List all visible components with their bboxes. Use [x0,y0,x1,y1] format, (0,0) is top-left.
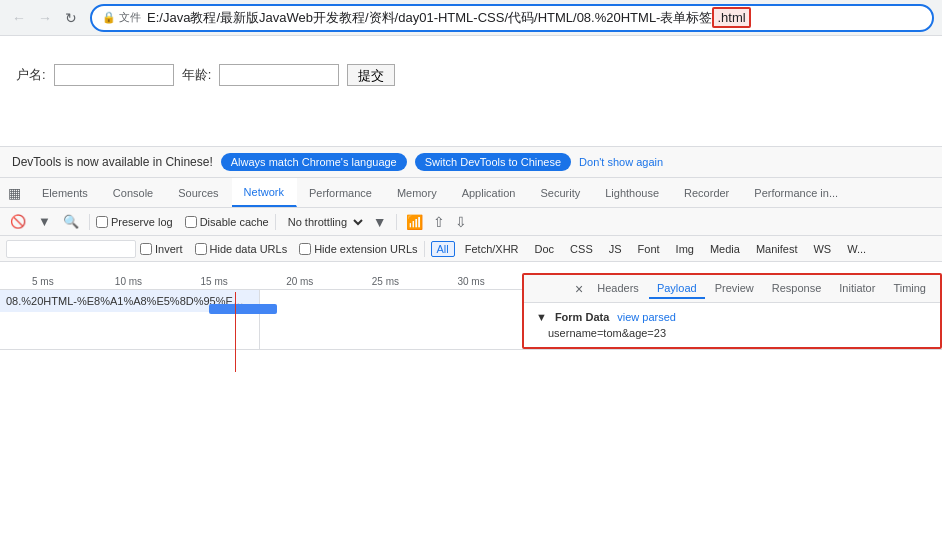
divider-3 [396,214,397,230]
tick-20ms: 20 ms [257,276,343,287]
form-data-label: Form Data [555,311,609,323]
filter-more-button[interactable]: W... [841,241,872,257]
form-row: 户名: 年龄: 提交 [16,64,395,86]
throttling-select[interactable]: No throttling [282,214,366,230]
submit-button[interactable]: 提交 [347,64,395,86]
hide-extension-urls-group: Hide extension URLs [299,243,417,255]
detail-close-button[interactable]: × [571,281,587,297]
tick-15ms: 15 ms [171,276,257,287]
upload-icon[interactable]: ⇧ [430,213,448,231]
divider-filter [424,241,425,257]
triangle-icon: ▼ [536,311,547,323]
throttling-down[interactable]: ▼ [370,213,390,231]
filter-button[interactable]: ▼ [34,212,55,231]
lock-icon: 🔒 文件 [102,10,141,25]
tab-performance-insights[interactable]: Performance in... [742,178,851,207]
age-input[interactable] [219,64,339,86]
table-row[interactable]: 08.%20HTML-%E8%A1%A8%E5%8D%95%E6%A0%87%E… [0,290,259,312]
hide-data-urls-label: Hide data URLs [210,243,288,255]
tab-memory[interactable]: Memory [385,178,450,207]
filter-js-button[interactable]: JS [603,241,628,257]
tab-elements[interactable]: Elements [30,178,101,207]
detail-tab-timing[interactable]: Timing [885,279,934,299]
disable-cache-checkbox[interactable] [185,216,197,228]
forward-button[interactable]: → [34,7,56,29]
tab-inspector-icon[interactable]: ▦ [0,178,30,207]
match-language-button[interactable]: Always match Chrome's language [221,153,407,171]
tab-recorder[interactable]: Recorder [672,178,742,207]
network-requests-area: 08.%20HTML-%E8%A1%A8%E5%8D%95%E6%A0%87%E… [0,290,942,350]
address-text: E:/Java教程/最新版JavaWeb开发教程/资料/day01-HTML-C… [147,9,922,27]
filter-all-button[interactable]: All [431,241,455,257]
divider-1 [89,214,90,230]
filter-css-button[interactable]: CSS [564,241,599,257]
reload-button[interactable]: ↻ [60,7,82,29]
preserve-log-checkbox[interactable] [96,216,108,228]
detail-tab-initiator[interactable]: Initiator [831,279,883,299]
tick-30ms: 30 ms [428,276,514,287]
detail-content: ▼ Form Data view parsed username=tom&age… [524,303,940,347]
view-parsed-link[interactable]: view parsed [617,311,676,323]
tab-application[interactable]: Application [450,178,529,207]
browser-toolbar: ← → ↻ 🔒 文件 E:/Java教程/最新版JavaWeb开发教程/资料/d… [0,0,942,36]
hide-data-urls-checkbox[interactable] [195,243,207,255]
form-data-header: ▼ Form Data view parsed [536,311,928,323]
detail-tab-response[interactable]: Response [764,279,830,299]
clear-button[interactable]: 🚫 [6,212,30,231]
hide-extension-urls-label: Hide extension URLs [314,243,417,255]
detail-tab-preview[interactable]: Preview [707,279,762,299]
detail-tabs: × Headers Payload Preview Response Initi… [524,275,940,303]
detail-tab-payload[interactable]: Payload [649,279,705,299]
tab-console[interactable]: Console [101,178,166,207]
tick-25ms: 25 ms [343,276,429,287]
tab-sources[interactable]: Sources [166,178,231,207]
devtools-tabs: ▦ Elements Console Sources Network Perfo… [0,178,942,208]
invert-group: Invert [140,243,183,255]
address-bar[interactable]: 🔒 文件 E:/Java教程/最新版JavaWeb开发教程/资料/day01-H… [90,4,934,32]
page-content: 户名: 年龄: 提交 [0,36,942,146]
invert-label: Invert [155,243,183,255]
filter-font-button[interactable]: Font [632,241,666,257]
tab-lighthouse[interactable]: Lighthouse [593,178,672,207]
dont-show-again-link[interactable]: Don't show again [579,156,663,168]
form-data-value: username=tom&age=23 [536,327,928,339]
filter-img-button[interactable]: Img [670,241,700,257]
filter-ws-button[interactable]: WS [807,241,837,257]
tab-performance[interactable]: Performance [297,178,385,207]
download-icon[interactable]: ⇩ [452,213,470,231]
request-list: 08.%20HTML-%E8%A1%A8%E5%8D%95%E6%A0%87%E… [0,290,260,349]
preserve-log-label: Preserve log [111,216,173,228]
filter-manifest-button[interactable]: Manifest [750,241,804,257]
preserve-log-group: Preserve log [96,216,173,228]
search-button[interactable]: 🔍 [59,212,83,231]
filter-input[interactable] [6,240,136,258]
devtools-panel: ▦ Elements Console Sources Network Perfo… [0,177,942,350]
tick-5ms: 5 ms [0,276,86,287]
age-label: 年龄: [182,66,212,84]
wifi-icon[interactable]: 📶 [403,213,426,231]
filter-doc-button[interactable]: Doc [529,241,561,257]
tick-10ms: 10 ms [86,276,172,287]
username-label: 户名: [16,66,46,84]
invert-checkbox[interactable] [140,243,152,255]
username-input[interactable] [54,64,174,86]
request-name: 08.%20HTML-%E8%A1%A8%E5%8D%95%E6%A0%87%E… [6,295,246,307]
notification-text: DevTools is now available in Chinese! [12,155,213,169]
detail-panel: × Headers Payload Preview Response Initi… [522,273,942,349]
filter-bar: Invert Hide data URLs Hide extension URL… [0,236,942,262]
devtools-notification: DevTools is now available in Chinese! Al… [0,146,942,177]
tab-network[interactable]: Network [232,178,297,207]
hide-data-urls-group: Hide data URLs [195,243,288,255]
disable-cache-group: Disable cache [185,216,269,228]
tab-security[interactable]: Security [528,178,593,207]
address-highlight: .html [712,7,750,28]
divider-2 [275,214,276,230]
disable-cache-label: Disable cache [200,216,269,228]
filter-fetch-xhr-button[interactable]: Fetch/XHR [459,241,525,257]
detail-tab-headers[interactable]: Headers [589,279,647,299]
filter-media-button[interactable]: Media [704,241,746,257]
hide-extension-urls-checkbox[interactable] [299,243,311,255]
network-toolbar: 🚫 ▼ 🔍 Preserve log Disable cache No thro… [0,208,942,236]
back-button[interactable]: ← [8,7,30,29]
switch-chinese-button[interactable]: Switch DevTools to Chinese [415,153,571,171]
